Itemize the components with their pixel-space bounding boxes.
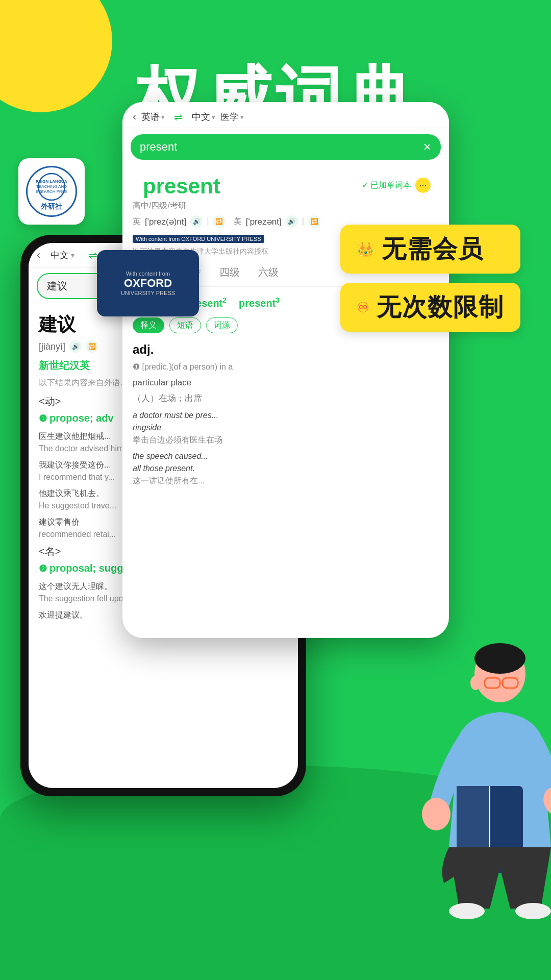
tag-definition[interactable]: 释义 (133, 317, 164, 333)
badge-unlimited-text: 无次数限制 (377, 291, 504, 324)
phone2-search-bar[interactable]: present ✕ (131, 134, 441, 160)
phone1-swap-button[interactable]: ⇌ (89, 249, 97, 261)
waiyan-inner: FOREIGN LANGUAGE TEACHING AND RESEARCH P… (26, 166, 77, 217)
oxford-with-content: With content from (126, 271, 170, 277)
pv-present3[interactable]: present3 (239, 296, 280, 309)
phone2-lang1-tab[interactable]: 英语 ▾ (141, 111, 165, 123)
tag-etymology[interactable]: 词源 (206, 317, 238, 333)
phone2-def-section: adj. ❶ [predic.](of a person) in a parti… (122, 337, 449, 497)
badge-no-member-text: 无需会员 (382, 233, 484, 265)
phone2-word: present (133, 170, 231, 201)
phone2-mode-tab[interactable]: 医学 ▾ (220, 111, 244, 123)
badge-unlimited: ♾ 无次数限制 (340, 283, 520, 332)
svg-point-10 (422, 798, 450, 830)
tag-phrase[interactable]: 短语 (169, 317, 201, 333)
phone2-search-clear[interactable]: ✕ (423, 141, 432, 153)
oxford-badge: With content from OXFORD UNIVERSITY PRES… (97, 250, 199, 316)
phone2-sound-us[interactable]: 🔊 (286, 215, 298, 228)
phone1-sound-uk[interactable]: 🔊 (69, 340, 82, 353)
phone2-sound-uk[interactable]: 🔊 (190, 215, 203, 228)
infinity-icon: ♾ (357, 299, 369, 316)
phone2-lang2-tab[interactable]: 中文 ▾ (192, 111, 215, 123)
phone2-nav: ‹ 英语 ▾ ⇌ 中文 ▾ 医学 ▾ (122, 102, 449, 128)
svg-text:TEACHING AND: TEACHING AND (36, 184, 67, 189)
svg-point-16 (515, 903, 551, 919)
phone2-back-button[interactable]: ‹ (133, 110, 136, 124)
phone2-bookmarked[interactable]: ✓ 已加单词本 (362, 180, 411, 191)
svg-point-5 (474, 643, 525, 674)
phone1-lang1-tab[interactable]: 中文 ▾ (46, 247, 79, 263)
svg-point-15 (449, 903, 485, 919)
crown-icon: 👑 (357, 241, 374, 258)
phone2-more-button[interactable]: ··· (415, 178, 431, 193)
svg-text:FOREIGN LANGUAGE: FOREIGN LANGUAGE (36, 179, 67, 184)
svg-text:RESEARCH PRESS: RESEARCH PRESS (36, 189, 67, 194)
tab-level6[interactable]: 六级 (249, 260, 288, 286)
phone2-level: 高中/四级/考研 (122, 201, 449, 215)
phone2-swap-button[interactable]: ⇌ (174, 111, 183, 123)
phone2-def1-predic: ❶ [predic.](of a person) in a (133, 360, 439, 374)
character-illustration (367, 633, 551, 919)
oxford-university: UNIVERSITY PRESS (121, 290, 175, 296)
phone2-sound-loop[interactable]: 🔁 (213, 215, 226, 228)
waiyan-badge: FOREIGN LANGUAGE TEACHING AND RESEARCH P… (18, 158, 85, 225)
badge-area: 👑 无需会员 ♾ 无次数限制 (340, 225, 520, 332)
tab-level4[interactable]: 四级 (210, 260, 249, 286)
phone2-card: ‹ 英语 ▾ ⇌ 中文 ▾ 医学 ▾ present ✕ present ✓ 已… (122, 102, 449, 638)
phone2-pos: adj. (133, 342, 439, 357)
phone1-sound-loop[interactable]: 🔁 (86, 340, 98, 353)
phone2-word-header-row: present ✓ 已加单词本 ··· (122, 166, 449, 201)
phone2-sound-us-loop[interactable]: 🔁 (308, 215, 320, 228)
svg-point-9 (470, 676, 481, 690)
badge-no-member: 👑 无需会员 (340, 225, 520, 274)
waiyan-text: 外研社 (41, 202, 62, 211)
phone2-search-text: present (140, 140, 177, 154)
oxford-small-label: With content from OXFORD UNIVERSITY PRES… (133, 235, 264, 243)
character-svg (367, 633, 551, 919)
waiyan-logo-icon: FOREIGN LANGUAGE TEACHING AND RESEARCH P… (36, 172, 67, 202)
oxford-name: OXFORD (124, 277, 172, 290)
phone1-back-button[interactable]: ‹ (37, 249, 40, 262)
